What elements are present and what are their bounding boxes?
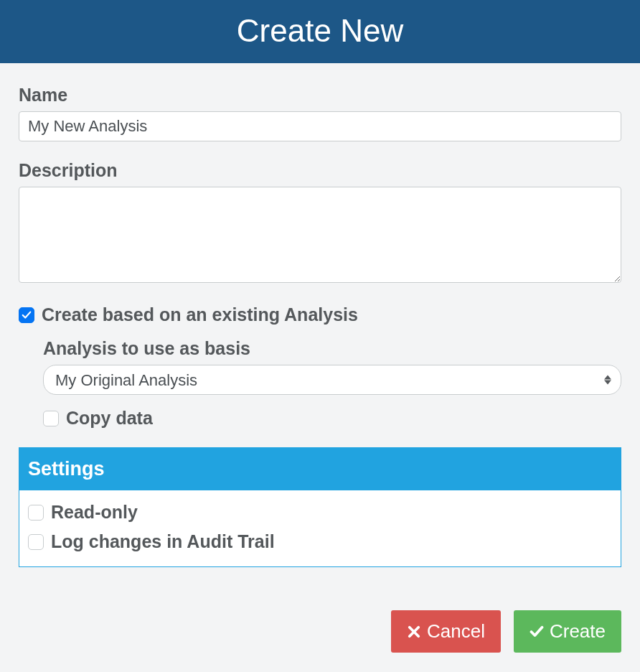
description-label: Description (19, 160, 621, 181)
cancel-button[interactable]: Cancel (391, 610, 501, 653)
description-textarea[interactable] (19, 187, 621, 283)
settings-body: Read-only Log changes in Audit Trail (19, 490, 621, 566)
basis-indented: Analysis to use as basis My Original Ana… (19, 338, 621, 429)
copy-data-checkbox[interactable] (43, 411, 59, 426)
check-icon (530, 625, 544, 639)
analysis-select-wrapper: My Original Analysis (43, 365, 621, 395)
readonly-checkbox[interactable] (28, 505, 44, 521)
settings-panel: Settings Read-only Log changes in Audit … (19, 447, 621, 567)
check-icon (22, 310, 32, 320)
create-button-label: Create (550, 620, 606, 643)
settings-header: Settings (19, 448, 621, 490)
dialog-footer: Cancel Create (0, 610, 640, 653)
basis-checkbox-row: Create based on an existing Analysis (19, 304, 621, 325)
name-field-group: Name (19, 85, 621, 141)
create-button[interactable]: Create (514, 610, 621, 653)
copy-data-label[interactable]: Copy data (66, 408, 153, 429)
close-icon (407, 625, 421, 639)
description-field-group: Description (19, 160, 621, 286)
analysis-select[interactable]: My Original Analysis (43, 365, 621, 395)
basis-checkbox[interactable] (19, 307, 34, 323)
audit-row: Log changes in Audit Trail (28, 531, 612, 552)
readonly-row: Read-only (28, 502, 612, 523)
audit-checkbox[interactable] (28, 534, 44, 550)
analysis-basis-label: Analysis to use as basis (43, 338, 621, 359)
dialog-title: Create New (0, 0, 640, 63)
basis-section: Create based on an existing Analysis Ana… (19, 304, 621, 429)
audit-label[interactable]: Log changes in Audit Trail (51, 531, 275, 552)
cancel-button-label: Cancel (427, 620, 485, 643)
dialog-body: Name Description Create based on an exis… (0, 63, 640, 567)
readonly-label[interactable]: Read-only (51, 502, 138, 523)
name-label: Name (19, 85, 621, 106)
copy-data-row: Copy data (43, 408, 621, 429)
basis-checkbox-label[interactable]: Create based on an existing Analysis (42, 304, 358, 325)
name-input[interactable] (19, 111, 621, 141)
